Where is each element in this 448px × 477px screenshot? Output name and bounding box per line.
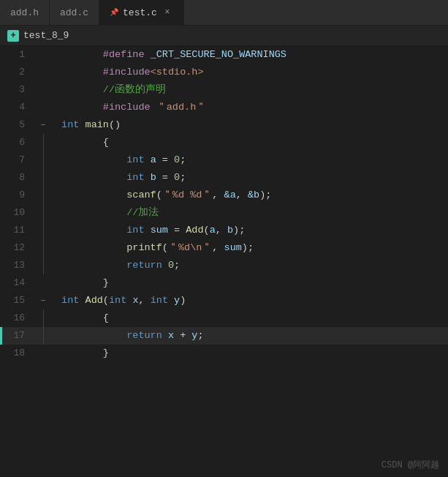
tab-add-h[interactable]: add.h bbox=[0, 0, 50, 25]
token: printf bbox=[126, 242, 162, 253]
token: ( bbox=[162, 242, 168, 253]
close-icon[interactable]: × bbox=[162, 7, 173, 18]
token: <stdio.h> bbox=[151, 67, 204, 78]
gutter bbox=[35, 151, 51, 169]
fold-icon[interactable]: − bbox=[38, 120, 48, 130]
code-line: 1 #define _CRT_SECURE_NO_WARNINGS bbox=[0, 46, 448, 64]
gutter bbox=[35, 257, 51, 274]
code-line: 5− int main() bbox=[0, 116, 448, 134]
token bbox=[145, 154, 151, 165]
code-content: { bbox=[51, 134, 448, 151]
line-number: 3 bbox=[0, 81, 35, 99]
code-line: 13 return 0; bbox=[0, 257, 448, 274]
code-line: 4 #include ＂add.h＂ bbox=[0, 99, 448, 116]
code-line: 2 #include<stdio.h> bbox=[0, 64, 448, 81]
line-number: 18 bbox=[0, 345, 35, 362]
token: ( bbox=[204, 225, 210, 236]
token: a bbox=[210, 225, 216, 236]
tab-label: add.h bbox=[10, 7, 39, 18]
gutter bbox=[35, 204, 51, 222]
token: ; bbox=[180, 172, 186, 183]
token: #include bbox=[56, 102, 156, 113]
gutter bbox=[35, 274, 51, 292]
token: , bbox=[212, 189, 224, 200]
code-content: { bbox=[51, 309, 448, 327]
token: _CRT_SECURE_NO_WARNINGS bbox=[151, 49, 286, 60]
code-content: scanf(＂%d %d＂, &a, &b); bbox=[51, 187, 448, 204]
token: () bbox=[109, 119, 121, 130]
code-line: 3 //函数的声明 bbox=[0, 81, 448, 99]
token: //加法 bbox=[56, 207, 159, 218]
code-line: 9 scanf(＂%d %d＂, &a, &b); bbox=[0, 187, 448, 204]
line-number: 14 bbox=[0, 274, 35, 292]
tab-test-c[interactable]: 📌test.c× bbox=[99, 0, 184, 25]
token bbox=[79, 295, 85, 306]
gutter bbox=[35, 134, 51, 151]
gutter bbox=[35, 187, 51, 204]
line-number: 15 bbox=[0, 292, 35, 309]
tab-bar: add.hadd.c📌test.c× bbox=[0, 0, 448, 26]
gutter bbox=[35, 327, 51, 345]
token bbox=[56, 242, 126, 253]
token: ) bbox=[180, 295, 186, 306]
token: return bbox=[126, 260, 162, 271]
editor: 1 #define _CRT_SECURE_NO_WARNINGS2 #incl… bbox=[0, 46, 448, 477]
vline bbox=[43, 134, 44, 151]
token: = bbox=[156, 154, 174, 165]
line-number: 4 bbox=[0, 99, 35, 116]
token: Add bbox=[86, 295, 103, 306]
vline bbox=[43, 222, 44, 239]
vline bbox=[43, 204, 44, 222]
line-number: 12 bbox=[0, 239, 35, 257]
line-number: 5 bbox=[0, 116, 35, 134]
breadcrumb-icon: + bbox=[7, 30, 19, 42]
code-content: } bbox=[51, 274, 448, 292]
token: b bbox=[227, 225, 233, 236]
token: + bbox=[174, 330, 191, 341]
token: , bbox=[212, 242, 224, 253]
token bbox=[145, 225, 151, 236]
code-content: int main() bbox=[51, 116, 448, 134]
code-line: 6 { bbox=[0, 134, 448, 151]
tab-label: add.c bbox=[60, 7, 88, 18]
token: int bbox=[126, 154, 144, 165]
code-content: return x + y; bbox=[51, 327, 448, 345]
code-content: int b = 0; bbox=[51, 169, 448, 187]
code-content: int Add(int x, int y) bbox=[51, 292, 448, 309]
token: sum bbox=[224, 242, 242, 253]
token: int bbox=[61, 295, 79, 306]
token: a bbox=[151, 154, 156, 165]
token: { bbox=[56, 137, 109, 148]
line-number: 11 bbox=[0, 222, 35, 239]
code-line: 14 } bbox=[0, 274, 448, 292]
token: sum bbox=[151, 225, 168, 236]
line-number: 17 bbox=[0, 327, 35, 345]
token: //函数的声明 bbox=[56, 84, 166, 95]
token bbox=[56, 225, 126, 236]
gutter bbox=[35, 64, 51, 81]
tab-add-c[interactable]: add.c bbox=[50, 0, 99, 25]
vline bbox=[43, 327, 44, 345]
token: ; bbox=[174, 260, 180, 271]
token bbox=[162, 330, 168, 341]
token: } bbox=[56, 348, 109, 358]
watermark: CSDN @阿阿越 bbox=[381, 459, 439, 471]
vline bbox=[43, 151, 44, 169]
line-number: 13 bbox=[0, 257, 35, 274]
token bbox=[56, 330, 126, 341]
line-number: 16 bbox=[0, 309, 35, 327]
code-content: int sum = Add(a, b); bbox=[51, 222, 448, 239]
code-line: 17 return x + y; bbox=[0, 327, 448, 345]
token: int bbox=[126, 172, 144, 183]
fold-icon[interactable]: − bbox=[38, 296, 48, 306]
token: ; bbox=[180, 154, 186, 165]
vline bbox=[43, 239, 44, 257]
gutter bbox=[35, 169, 51, 187]
token: &b bbox=[248, 189, 259, 200]
token: , bbox=[138, 295, 150, 306]
code-content: #include ＂add.h＂ bbox=[51, 99, 448, 116]
token: Add bbox=[186, 225, 203, 236]
gutter bbox=[35, 345, 51, 362]
vline bbox=[43, 309, 44, 327]
gutter: − bbox=[35, 116, 51, 134]
